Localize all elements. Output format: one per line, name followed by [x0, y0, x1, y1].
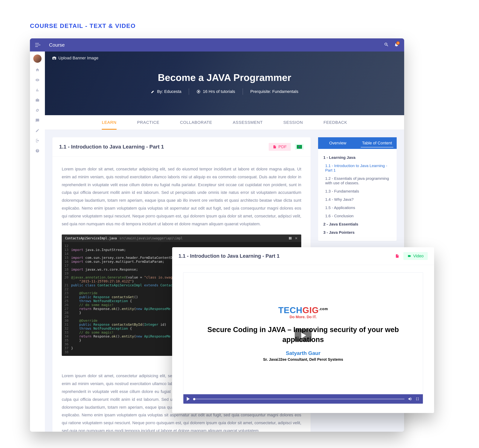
- notifications-button[interactable]: 3: [394, 42, 399, 48]
- tab-learn[interactable]: LEARN: [102, 115, 116, 130]
- toc-item-1-1[interactable]: 1.1 - Introduction to Java Learning - Pa…: [323, 162, 392, 174]
- upload-banner-button[interactable]: Upload Banner Image: [52, 56, 98, 61]
- panel-tab-toc[interactable]: Table of Content: [357, 137, 397, 149]
- page-title: Course: [49, 42, 65, 48]
- nav-messages[interactable]: [34, 117, 40, 123]
- toc-panel: Overview Table of Content 1 - Learning J…: [318, 137, 397, 241]
- tab-collaborate[interactable]: COLLABORATE: [180, 115, 212, 130]
- search-icon: [384, 42, 389, 47]
- sidebar: [30, 52, 45, 432]
- tab-feedback[interactable]: FEEDBACK: [324, 115, 347, 130]
- toc-chapter-3[interactable]: 3 - Java Pointers: [323, 228, 392, 237]
- toc-item-1-4[interactable]: 1.4 - Why Java?: [323, 195, 392, 204]
- course-title: Become a JAVA Programmer: [158, 72, 291, 83]
- toc-item-1-6[interactable]: 1.6 - Conclusion: [323, 212, 392, 220]
- course-author: By: Educesta: [151, 89, 181, 94]
- home-icon: [35, 68, 40, 72]
- code-path: src\main\java\io\swagger\api\impl: [119, 236, 183, 240]
- upload-banner-label: Upload Banner Image: [58, 56, 98, 61]
- play-button[interactable]: [295, 329, 312, 342]
- pdf-icon: [273, 145, 277, 149]
- avatar[interactable]: [33, 54, 41, 63]
- pdf-icon[interactable]: [395, 254, 399, 258]
- video-controls: [183, 394, 423, 404]
- tab-practice[interactable]: PRACTICE: [137, 115, 160, 130]
- language-toggle[interactable]: [295, 144, 304, 150]
- tab-assessment[interactable]: ASSESSMENT: [233, 115, 263, 130]
- panel-tab-overview[interactable]: Overview: [318, 137, 357, 149]
- course-duration: 16 Hrs of tutorials: [196, 89, 235, 94]
- split-icon[interactable]: [288, 237, 292, 240]
- nav-edit[interactable]: [34, 128, 40, 134]
- nav-settings[interactable]: [34, 107, 40, 113]
- course-tabs: LEARN PRACTICE COLLABORATE ASSESSMENT SE…: [45, 115, 404, 130]
- topbar: Course 3: [30, 38, 404, 52]
- logout-icon: [35, 139, 40, 143]
- design-title: COURSE DETAIL - TEXT & VIDEO: [30, 22, 449, 29]
- video-button[interactable]: Video: [403, 252, 428, 260]
- toc-chapter-2[interactable]: 2 - Java Essentials: [323, 220, 392, 228]
- pencil-icon: [151, 89, 155, 94]
- lesson-title: 1.1 - Introduction to Java Learning - Pa…: [59, 144, 164, 150]
- video-lesson-title: 1.1 - Introduction to Java Learning - Pa…: [179, 253, 279, 259]
- control-play[interactable]: [187, 397, 190, 401]
- toc-chapter-1[interactable]: 1 - Learning Java: [323, 153, 392, 162]
- lesson-body: Lorem ipsum dolor sit amet, consectetur …: [52, 156, 311, 234]
- chart-icon: [35, 88, 40, 92]
- video-logo: TECHGIG.com: [278, 305, 328, 315]
- seek-bar[interactable]: [193, 399, 405, 400]
- video-icon: [407, 254, 411, 258]
- nav-visibility[interactable]: [34, 77, 40, 83]
- code-filename: ContactsApiServiceImpl.java: [65, 236, 117, 240]
- search-button[interactable]: [384, 42, 389, 48]
- briefcase-icon: [35, 98, 40, 102]
- play-circle-icon: [196, 89, 200, 94]
- video-subtitle: Sr. Java/J2ee Consultant, Dell Perot Sys…: [263, 357, 343, 362]
- fullscreen-icon[interactable]: [415, 397, 419, 401]
- menu-icon[interactable]: [35, 43, 40, 47]
- toc-item-1-5[interactable]: 1.5 - Applications: [323, 204, 392, 212]
- gear-icon: [35, 108, 40, 112]
- nav-logout[interactable]: [34, 138, 40, 144]
- nav-analytics[interactable]: [34, 87, 40, 93]
- eye-icon: [35, 78, 40, 82]
- course-banner: Upload Banner Image Become a JAVA Progra…: [45, 52, 404, 115]
- help-icon: [35, 149, 40, 153]
- volume-icon[interactable]: [408, 397, 412, 401]
- svg-point-2: [299, 146, 300, 148]
- video-tagline: Do More. Do IT.: [290, 315, 317, 319]
- camera-icon: [52, 56, 57, 60]
- toc-item-1-2[interactable]: 1.2 - Essentials of java programming wit…: [323, 174, 392, 187]
- notification-badge: 3: [396, 41, 400, 45]
- chat-icon: [35, 118, 40, 122]
- video-card: 1.1 - Introduction to Java Learning - Pa…: [172, 247, 434, 413]
- nav-help[interactable]: [34, 148, 40, 154]
- toc-item-1-3[interactable]: 1.3 - Fundamentals: [323, 187, 392, 195]
- video-author: Satyarth Gaur: [286, 350, 320, 356]
- tab-session[interactable]: SESSION: [283, 115, 303, 130]
- nav-home[interactable]: [34, 67, 40, 73]
- nav-briefcase[interactable]: [34, 97, 40, 103]
- flag-icon: [297, 145, 302, 149]
- close-icon[interactable]: [294, 237, 298, 240]
- pdf-button[interactable]: PDF: [269, 143, 291, 151]
- video-player[interactable]: TECHGIG.com Do More. Do IT. Secure Codin…: [183, 272, 423, 404]
- pencil-icon: [35, 129, 40, 133]
- course-prereq: Prerquisite: Fundamentals: [250, 89, 299, 94]
